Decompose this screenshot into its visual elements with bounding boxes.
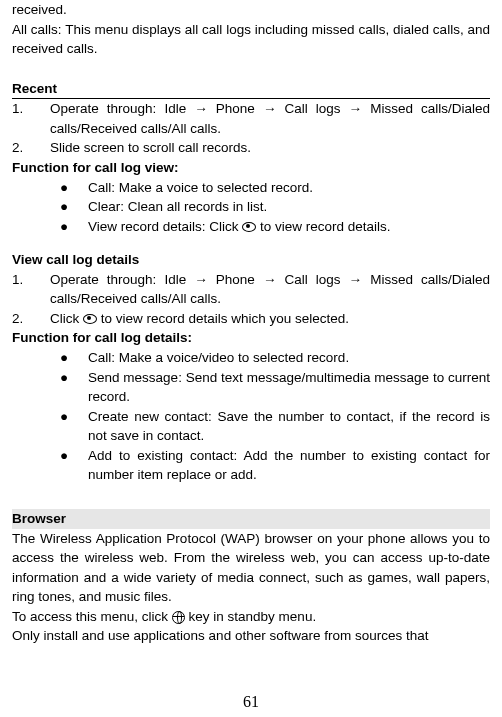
text: to view record details. [256, 219, 390, 234]
bullet-text: Clear: Clean all records in list. [78, 197, 490, 217]
text: Call logs [284, 272, 340, 287]
list-item: 1. Operate through: Idle → Phone → Call … [12, 99, 490, 138]
subheading-func-view: Function for call log view: [12, 158, 490, 178]
spacer [12, 236, 490, 250]
recent-bullets: ● Call: Make a voice to selected record.… [12, 178, 490, 237]
bullet-icon: ● [12, 407, 78, 427]
list-item: 2. Click to view record details which yo… [12, 309, 490, 329]
text: Click [50, 311, 83, 326]
view-details-bullets: ● Call: Make a voice/video to selected r… [12, 348, 490, 485]
bullet-text: Send message: Send text message/multimed… [78, 368, 490, 407]
bullet-icon: ● [12, 217, 78, 237]
step-text: Operate through: Idle → Phone → Call log… [50, 270, 490, 309]
list-item: ● Send message: Send text message/multim… [12, 368, 490, 407]
text: View record details: Click [88, 219, 242, 234]
arrow-icon: → [194, 101, 208, 116]
bullet-icon: ● [12, 446, 78, 466]
browser-p3: Only install and use applications and ot… [12, 626, 490, 646]
text: to view record details which you selecte… [97, 311, 349, 326]
arrow-icon: → [349, 272, 363, 287]
heading-recent: Recent [12, 79, 490, 100]
arrow-icon: → [263, 272, 277, 287]
bullet-text: Call: Make a voice/video to selected rec… [78, 348, 490, 368]
arrow-icon: → [263, 101, 277, 116]
browser-p2: To access this menu, click key in standb… [12, 607, 490, 627]
step-text: Operate through: Idle → Phone → Call log… [50, 99, 490, 138]
step-text: Click to view record details which you s… [50, 309, 490, 329]
bullet-text: Add to existing contact: Add the number … [78, 446, 490, 485]
spacer [12, 485, 490, 499]
subheading-func-details: Function for call log details: [12, 328, 490, 348]
heading-view-details: View call log details [12, 250, 490, 270]
list-item: ● Call: Make a voice to selected record. [12, 178, 490, 198]
view-details-icon [83, 314, 97, 324]
list-item: ● View record details: Click to view rec… [12, 217, 490, 237]
intro-all-calls: All calls: This menu displays all call l… [12, 20, 490, 59]
step-text: Slide screen to scroll call records. [50, 138, 490, 158]
spacer [12, 59, 490, 73]
text: Operate through: Idle [50, 101, 194, 116]
bullet-icon: ● [12, 178, 78, 198]
list-item: 2. Slide screen to scroll call records. [12, 138, 490, 158]
list-item: ● Add to existing contact: Add the numbe… [12, 446, 490, 485]
bullet-icon: ● [12, 348, 78, 368]
recent-steps: 1. Operate through: Idle → Phone → Call … [12, 99, 490, 158]
list-item: 1. Operate through: Idle → Phone → Call … [12, 270, 490, 309]
text: Call logs [284, 101, 340, 116]
list-item: ● Call: Make a voice/video to selected r… [12, 348, 490, 368]
view-details-icon [242, 222, 256, 232]
step-number: 1. [12, 270, 50, 290]
heading-browser: Browser [12, 509, 490, 529]
text: To access this menu, click [12, 609, 172, 624]
page: received. All calls: This menu displays … [0, 0, 502, 717]
globe-icon [172, 611, 185, 624]
list-item: ● Clear: Clean all records in list. [12, 197, 490, 217]
step-number: 2. [12, 138, 50, 158]
step-number: 2. [12, 309, 50, 329]
view-details-steps: 1. Operate through: Idle → Phone → Call … [12, 270, 490, 329]
bullet-text: Create new contact: Save the number to c… [78, 407, 490, 446]
bullet-text: View record details: Click to view recor… [78, 217, 490, 237]
bullet-icon: ● [12, 197, 78, 217]
text: Phone [216, 272, 255, 287]
bullet-text: Call: Make a voice to selected record. [78, 178, 490, 198]
text: Phone [216, 101, 255, 116]
text: Operate through: Idle [50, 272, 194, 287]
arrow-icon: → [194, 272, 208, 287]
arrow-icon: → [349, 101, 363, 116]
intro-fragment: received. [12, 0, 490, 20]
page-number: 61 [0, 690, 502, 713]
bullet-icon: ● [12, 368, 78, 388]
text: key in standby menu. [185, 609, 316, 624]
browser-p1: The Wireless Application Protocol (WAP) … [12, 529, 490, 607]
list-item: ● Create new contact: Save the number to… [12, 407, 490, 446]
step-number: 1. [12, 99, 50, 119]
